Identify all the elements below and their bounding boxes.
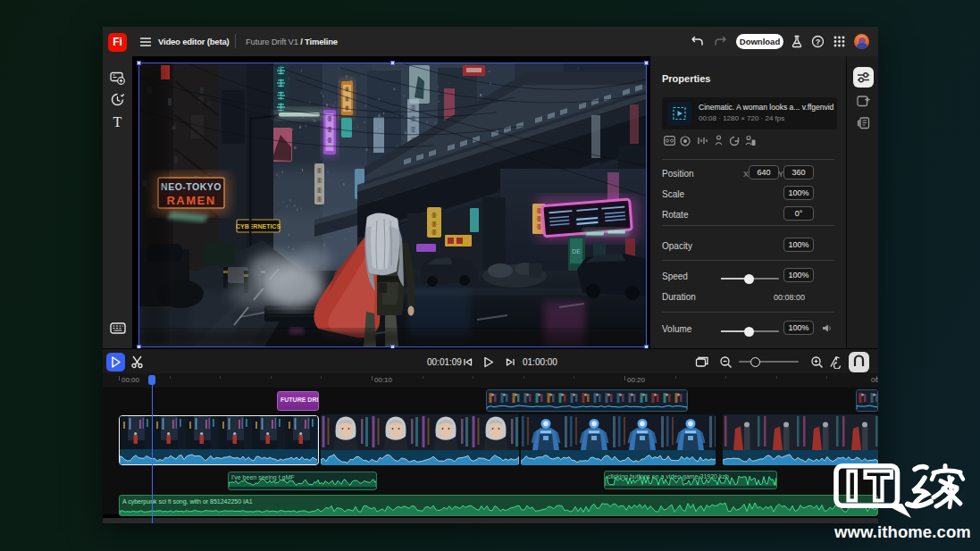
svg-text:?: ? <box>816 38 821 46</box>
svg-text:www.ithome.com: www.ithome.com <box>833 522 971 541</box>
